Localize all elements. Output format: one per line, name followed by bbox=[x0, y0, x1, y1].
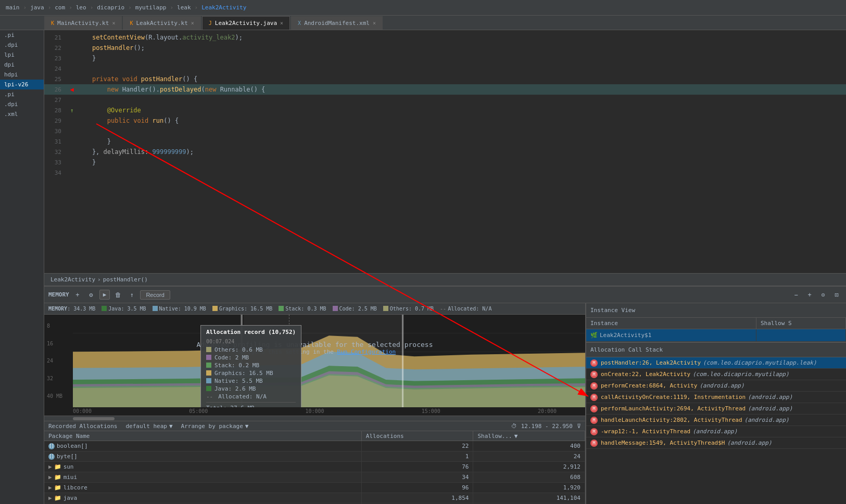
instance-val-leak2activity1 bbox=[756, 329, 846, 341]
tab-leakactivity[interactable]: K LeakActivity.kt × bbox=[123, 16, 200, 30]
cs-method-7: handleMessage:1549, ActivityThread$H bbox=[601, 440, 725, 446]
breadcrumb-leo[interactable]: leo bbox=[74, 4, 88, 11]
breadcrumb-dicaprio[interactable]: dicaprio bbox=[95, 4, 126, 11]
tab-androidmanifest-icon: X bbox=[298, 20, 301, 26]
sidebar-item-lpi[interactable]: lpi bbox=[0, 50, 44, 60]
cs-icon-4: M bbox=[590, 405, 598, 412]
tab-androidmanifest[interactable]: X AndroidManifest.xml × bbox=[291, 16, 383, 30]
sun-expand-icon[interactable]: ▶ bbox=[48, 463, 52, 470]
chart-area[interactable]: 40 MB 32 24 16 8 bbox=[44, 315, 585, 407]
profiler-delete-icon[interactable]: 🗑 bbox=[113, 290, 123, 300]
sidebar-item-pi[interactable]: .pi bbox=[0, 30, 44, 40]
alloc-shallow-sun: 2,912 bbox=[473, 462, 585, 472]
call-stack-row-2[interactable]: M performCreate:6864, Activity (android.… bbox=[586, 380, 846, 392]
tab-leakactivity-close[interactable]: × bbox=[191, 20, 194, 26]
alloc-row-byte[interactable]: [] byte[] 1 24 bbox=[44, 451, 585, 462]
call-stack-row-6[interactable]: M -wrap12:-1, ActivityThread (android.ap… bbox=[586, 426, 846, 437]
code-line-21: 21 setContentView(R.layout.activity_leak… bbox=[44, 32, 846, 43]
filter-icon[interactable]: ⊽ bbox=[577, 423, 581, 430]
profiler-zoom-reset-icon[interactable]: ⊙ bbox=[818, 290, 828, 300]
x-label-2: 10:000 bbox=[305, 408, 324, 414]
instance-header: Instance Shallow S bbox=[586, 318, 846, 329]
profiler-zoom-in-icon[interactable]: + bbox=[804, 290, 815, 300]
breadcrumb-class[interactable]: Leak2Activity bbox=[50, 276, 95, 283]
sidebar-item-pi2[interactable]: .pi bbox=[0, 89, 44, 99]
tab-androidmanifest-close[interactable]: × bbox=[373, 20, 376, 26]
legend-native-color bbox=[153, 306, 158, 311]
legend-code-label: Code: 2.5 MB bbox=[339, 306, 377, 312]
scrollbar-thumb[interactable] bbox=[73, 417, 115, 420]
alloc-row-boolean[interactable]: [] boolean[] 22 400 bbox=[44, 441, 585, 451]
breadcrumb-com[interactable]: com bbox=[53, 4, 67, 11]
instance-row-leak2activity1[interactable]: 🌿 Leak2Activity$1 bbox=[586, 329, 846, 342]
profiler-export-icon[interactable]: ↑ bbox=[127, 290, 137, 300]
call-stack-row-1[interactable]: M onCreate:22, Leak2Activity (com.leo.di… bbox=[586, 369, 846, 380]
call-stack-row-5[interactable]: M handleLaunchActivity:2802, ActivityThr… bbox=[586, 415, 846, 426]
code-line-22: 22 postHandler(); bbox=[44, 43, 846, 53]
sidebar-item-lpiv26[interactable]: lpi-v26 bbox=[0, 80, 44, 89]
tab-mainactivity[interactable]: K MainActivity.kt × bbox=[44, 16, 122, 30]
breadcrumb-java[interactable]: java bbox=[29, 4, 46, 11]
instance-icon-leaf: 🌿 bbox=[590, 332, 598, 339]
alloc-row-libcore[interactable]: ▶ 📁 libcore 96 1,920 bbox=[44, 483, 585, 493]
call-stack-row-3[interactable]: M callActivityOnCreate:1119, Instrumenta… bbox=[586, 392, 846, 403]
tab-mainactivity-close[interactable]: × bbox=[112, 20, 115, 26]
alloc-row-sun[interactable]: ▶ 📁 sun 76 2,912 bbox=[44, 462, 585, 472]
cs-icon-6: M bbox=[590, 428, 598, 435]
heap-dropdown-arrow: ▼ bbox=[169, 423, 173, 430]
heap-dropdown-container[interactable]: default heap ▼ bbox=[125, 423, 172, 430]
miui-expand-icon[interactable]: ▶ bbox=[48, 474, 52, 481]
col-shallow: Shallow... ▼ bbox=[473, 431, 585, 441]
call-stack-row-7[interactable]: M handleMessage:1549, ActivityThread$H (… bbox=[586, 437, 846, 449]
tab-androidmanifest-label: AndroidManifest.xml bbox=[304, 20, 370, 27]
call-stack-row-0[interactable]: M postHandler:26, Leak2Activity (com.leo… bbox=[586, 357, 846, 369]
sidebar-item-dpi[interactable]: .dpi bbox=[0, 40, 44, 50]
libcore-expand-icon[interactable]: ▶ bbox=[48, 484, 52, 491]
alloc-row-miui[interactable]: ▶ 📁 miui 34 608 bbox=[44, 472, 585, 483]
sidebar-item-xml[interactable]: .xml bbox=[0, 109, 44, 119]
java-expand-icon[interactable]: ▶ bbox=[48, 495, 52, 501]
profiler-zoom-out-icon[interactable]: − bbox=[791, 290, 801, 300]
code-lines: 21 setContentView(R.layout.activity_leak… bbox=[44, 30, 846, 180]
profiler-add-icon[interactable]: + bbox=[72, 290, 83, 300]
code-line-32: 32 }, delayMillis: 999999999); bbox=[44, 147, 846, 157]
code-editor[interactable]: 21 setContentView(R.layout.activity_leak… bbox=[44, 30, 846, 273]
sidebar-item-dpi2[interactable]: dpi bbox=[0, 60, 44, 70]
code-line-25: 25 private void postHandler() { bbox=[44, 74, 846, 84]
profiler-settings-icon[interactable]: ⚙ bbox=[86, 290, 96, 300]
call-stack-row-4[interactable]: M performLaunchActivity:2694, ActivityTh… bbox=[586, 403, 846, 415]
legend-graphics: Graphics: 16.5 MB bbox=[212, 306, 272, 312]
code-line-28: 28 ↑ @Override bbox=[44, 105, 846, 115]
cs-icon-5: M bbox=[590, 417, 598, 424]
chart-scrollbar[interactable] bbox=[44, 416, 585, 421]
heap-dropdown-value: default heap bbox=[125, 423, 167, 430]
tooltip-others-color bbox=[206, 347, 211, 352]
cs-class-0: (com.leo.dicaprio.myutilapp.leak) bbox=[703, 359, 817, 366]
record-button[interactable]: Record bbox=[140, 290, 170, 300]
legend-native-label: Native: 10.9 MB bbox=[159, 306, 206, 312]
tab-leak2activity[interactable]: J Leak2Activity.java × bbox=[202, 16, 290, 30]
alloc-alloc-miui: 34 bbox=[362, 472, 474, 482]
col-package-name: Package Name bbox=[44, 431, 362, 441]
tab-leak2activity-close[interactable]: × bbox=[280, 20, 283, 26]
arrange-dropdown-container[interactable]: Arrange by package ▼ bbox=[181, 423, 249, 430]
breadcrumb-leak[interactable]: leak bbox=[175, 4, 193, 11]
profiler-fit-icon[interactable]: ⊡ bbox=[831, 290, 842, 300]
col-allocations: Allocations bbox=[362, 431, 474, 441]
alloc-row-java[interactable]: ▶ 📁 java 1,854 141,104 bbox=[44, 493, 585, 503]
breadcrumb-leak2activity[interactable]: Leak2Activity bbox=[200, 4, 248, 11]
breadcrumb-myutilapp[interactable]: myutilapp bbox=[134, 4, 168, 11]
breadcrumb-main[interactable]: main bbox=[4, 4, 21, 11]
breadcrumb-method[interactable]: postHandler() bbox=[103, 276, 148, 283]
chart-y-labels: 40 MB 32 24 16 8 bbox=[44, 315, 73, 407]
profiler-dropdown[interactable]: ▶ bbox=[99, 290, 110, 300]
tab-leak2activity-label: Leak2Activity.java bbox=[215, 20, 277, 27]
main-layout: .pi .dpi lpi dpi hdpi lpi-v26 .pi .dpi .… bbox=[0, 30, 846, 504]
legend-graphics-label: Graphics: 16.5 MB bbox=[219, 306, 272, 312]
tooltip-others-label: Others: 0.6 MB bbox=[214, 346, 263, 353]
sidebar-item-dpi3[interactable]: .dpi bbox=[0, 99, 44, 109]
sidebar-item-hdpi[interactable]: hdpi bbox=[0, 70, 44, 80]
code-line-30: 30 bbox=[44, 126, 846, 136]
boolean-icon: [] bbox=[48, 443, 55, 449]
y-label-8: 8 bbox=[47, 323, 70, 329]
